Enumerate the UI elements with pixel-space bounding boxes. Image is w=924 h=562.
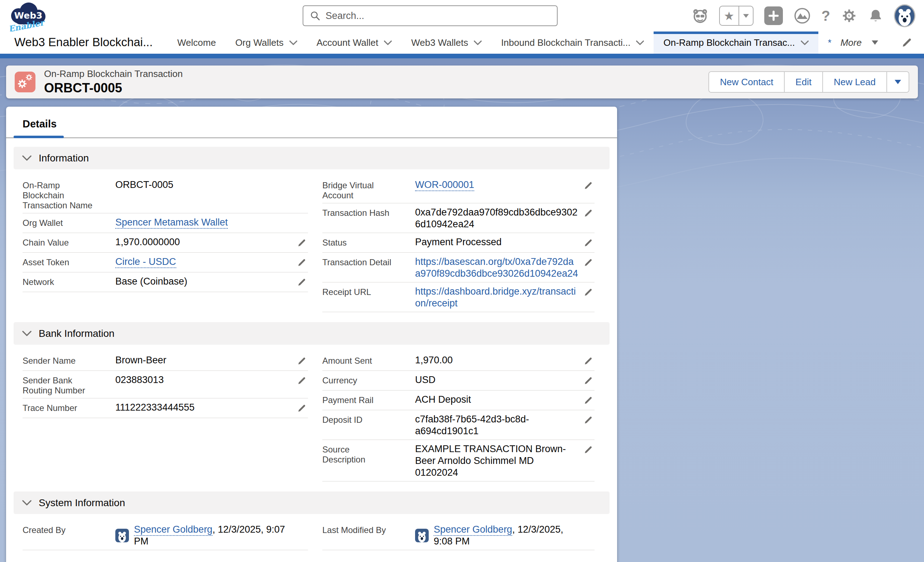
quick-create-plus-icon[interactable] [764, 6, 783, 25]
field-label: Status [322, 236, 394, 248]
einstein-icon[interactable] [692, 7, 708, 24]
web3-enabler-logo: Web3 Enabler [6, 1, 52, 31]
user-link-spencer-goldberg[interactable]: Spencer Goldberg [134, 524, 212, 536]
utility-bar: ★ ? [692, 0, 915, 31]
on-ramp-transaction-object-icon [15, 72, 36, 92]
tab-inbound-blockchain-transacti[interactable]: Inbound Blockchain Transacti... [491, 31, 654, 54]
tab-more[interactable]: *More [818, 31, 888, 54]
field-label: On-Ramp Blockchain Transaction Name [22, 179, 94, 210]
edit-chain-value-button[interactable] [295, 236, 308, 249]
chevron-down-icon[interactable] [636, 40, 644, 45]
edit-bridge-virtual-account-button[interactable] [582, 179, 594, 192]
user-link-spencer-goldberg[interactable]: Spencer Goldberg [434, 524, 512, 536]
field-label: Deposit ID [322, 414, 394, 425]
notifications-bell-icon[interactable] [868, 8, 883, 23]
search-input[interactable] [326, 10, 550, 21]
tab-account-wallet[interactable]: Account Wallet [307, 31, 402, 54]
field-value: Spencer Metamask Wallet [116, 217, 291, 230]
trailhead-icon[interactable] [794, 7, 811, 24]
section-bank-information: Bank InformationSender NameBrown-BeerSen… [6, 322, 617, 483]
tab-details[interactable]: Details [22, 118, 57, 130]
edit-sender-name-button[interactable] [295, 354, 308, 367]
help-icon[interactable]: ? [822, 8, 830, 24]
section-header-information[interactable]: Information [14, 147, 609, 169]
user-avatar[interactable] [894, 4, 915, 27]
url-link-https-basescan-org-tx[interactable]: https://basescan.org/tx/0xa7de792daa970f… [415, 256, 578, 279]
gear-icon [17, 78, 28, 91]
record-tabs: Details [6, 107, 617, 138]
edit-button[interactable]: Edit [784, 72, 822, 92]
favorites-caret-icon[interactable] [738, 6, 753, 25]
field-deposit-id: Deposit IDc7fab38f-7b65-42d3-bc8d-a694cd… [322, 410, 594, 440]
favorites-star-icon[interactable]: ★ [720, 6, 738, 25]
tab-org-wallets[interactable]: Org Wallets [226, 31, 307, 54]
field-value: https://basescan.org/tx/0xa7de792daa970f… [415, 256, 578, 280]
chevron-down-icon[interactable] [474, 40, 482, 45]
field-amount-sent: Amount Sent1,970.00 [322, 351, 594, 371]
section-header-bank-information[interactable]: Bank Information [14, 322, 609, 345]
field-value: Spencer Goldberg, 12/3/2025, 9:07 PM [116, 524, 291, 547]
field-columns: Created BySpencer Goldberg, 12/3/2025, 9… [6, 514, 617, 552]
field-label: Payment Rail [322, 394, 394, 405]
chevron-down-icon[interactable] [384, 40, 392, 45]
field-label: Network [22, 276, 94, 287]
edit-deposit-id-button[interactable] [582, 414, 594, 426]
column-2: Last Modified BySpencer Goldberg, 12/3/2… [322, 520, 594, 550]
tab-label: On-Ramp Blockchain Transac... [663, 37, 795, 48]
caret-down-icon[interactable] [872, 40, 878, 45]
chevron-down-icon[interactable] [290, 40, 297, 45]
edit-transaction-hash-button[interactable] [582, 207, 594, 219]
favorites-button-group: ★ [719, 6, 753, 26]
tab-web3-wallets[interactable]: Web3 Wallets [402, 31, 491, 54]
field-value: c7fab38f-7b65-42d3-bc8d-a694cd1901c1 [415, 414, 578, 437]
chevron-down-icon[interactable] [801, 40, 808, 45]
new-contact-button[interactable]: New Contact [709, 72, 784, 92]
section-header-system-information[interactable]: System Information [14, 492, 609, 514]
record-name: ORBCT-0005 [44, 81, 183, 96]
edit-transaction-detail-button[interactable] [582, 256, 594, 269]
field-sender-bank-routing-number: Sender Bank Routing Number023883013 [22, 371, 308, 399]
global-search [303, 5, 558, 26]
field-asset-token: Asset TokenCircle - USDC [22, 253, 308, 273]
edit-sender-bank-routing-number-button[interactable] [295, 374, 308, 387]
field-last-modified-by: Last Modified BySpencer Goldberg, 12/3/2… [322, 520, 594, 550]
field-label: Currency [322, 374, 394, 385]
lookup-link-circle-usdc[interactable]: Circle - USDC [116, 256, 176, 268]
tab-label: Inbound Blockchain Transacti... [501, 37, 630, 48]
column-1: On-Ramp Blockchain Transaction NameORBCT… [22, 176, 308, 312]
setup-gear-icon[interactable] [841, 7, 857, 24]
more-actions-caret-icon[interactable] [886, 72, 909, 92]
field-transaction-detail: Transaction Detailhttps://basescan.org/t… [322, 253, 594, 282]
url-link-https-dashboard-bridge[interactable]: https://dashboard.bridge.xyz/transaction… [415, 286, 576, 309]
field-value: https://dashboard.bridge.xyz/transaction… [415, 286, 578, 309]
user-avatar-icon [415, 529, 429, 542]
field-label: Receipt URL [322, 286, 394, 297]
field-value: WOR-000001 [415, 179, 578, 193]
column-1: Sender NameBrown-BeerSender Bank Routing… [22, 351, 308, 481]
tab-label: Welcome [177, 37, 216, 48]
edit-amount-sent-button[interactable] [582, 354, 594, 367]
lookup-link-spencer-metamask-wallet[interactable]: Spencer Metamask Wallet [116, 217, 228, 229]
nav-edit-pencil-icon[interactable] [901, 37, 912, 50]
tab-on-ramp-blockchain-transac[interactable]: On-Ramp Blockchain Transac... [654, 31, 818, 54]
edit-receipt-url-button[interactable] [582, 286, 594, 298]
tab-welcome[interactable]: Welcome [168, 31, 226, 54]
field-value: Base (Coinbase) [116, 276, 291, 289]
user-avatar-icon [116, 529, 129, 542]
field-bridge-virtual-account: Bridge Virtual AccountWOR-000001 [322, 176, 594, 203]
column-1: Created BySpencer Goldberg, 12/3/2025, 9… [22, 520, 308, 550]
field-status: StatusPayment Processed [322, 233, 594, 253]
lookup-link-wor-000001[interactable]: WOR-000001 [415, 179, 474, 191]
edit-status-button[interactable] [582, 236, 594, 249]
edit-asset-token-button[interactable] [295, 256, 308, 269]
column-2: Amount Sent1,970.00CurrencyUSDPayment Ra… [322, 351, 594, 481]
brand-strip [0, 54, 924, 58]
edit-trace-number-button[interactable] [295, 402, 308, 415]
edit-currency-button[interactable] [582, 374, 594, 387]
edit-source-description-button[interactable] [582, 443, 594, 456]
section-title: System Information [39, 497, 125, 509]
edit-network-button[interactable] [295, 276, 308, 289]
new-lead-button[interactable]: New Lead [822, 72, 886, 92]
edit-payment-rail-button[interactable] [582, 394, 594, 407]
section-information: InformationOn-Ramp Blockchain Transactio… [6, 147, 617, 313]
